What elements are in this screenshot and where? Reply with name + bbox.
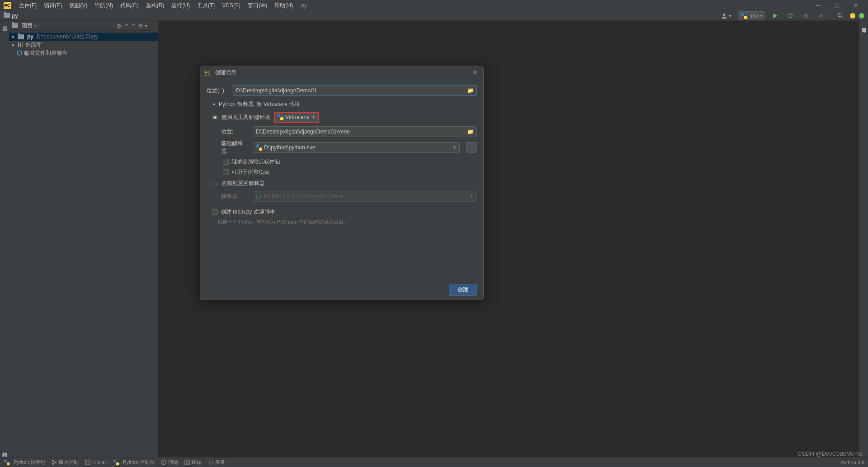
location-label: 位置(L): — [207, 87, 228, 95]
menu-window[interactable]: 窗口(W) — [244, 2, 271, 10]
create-main-hint: 创建一个 Python 脚本来为 PyCharm 中的编码提供入口点。 — [217, 219, 477, 225]
run-with-coverage-button[interactable] — [800, 12, 811, 20]
python-icon — [4, 459, 10, 465]
code-with-me-icon[interactable] — [850, 13, 855, 19]
svg-text:!: ! — [163, 461, 164, 465]
existing-interp-label: 先前配置的解释器 — [222, 180, 265, 187]
menu-help[interactable]: 帮助(H) — [271, 2, 297, 10]
inherit-global-checkbox[interactable] — [223, 159, 229, 165]
project-tool-window: 项目 ▾ ⊕ ≡ ≡ ⚙ ▾ ─ ▶ py D:\document\代码练习\p… — [9, 21, 158, 457]
right-tool-strip: 数据库 — [859, 21, 868, 457]
create-main-checkbox[interactable] — [212, 209, 218, 215]
menu-view[interactable]: 视图(V) — [66, 2, 91, 10]
available-all-checkbox[interactable] — [223, 169, 229, 175]
status-python-version[interactable]: Python 3.8 — [840, 460, 864, 465]
select-opened-file-icon[interactable]: ⊕ — [117, 23, 121, 29]
maximize-button[interactable]: ▢ — [828, 0, 845, 11]
user-button[interactable]: ▾ — [718, 12, 734, 20]
breadcrumb-root[interactable]: py — [12, 13, 18, 19]
titlebar: PC 文件(F) 编辑(E) 视图(V) 导航(N) 代码(C) 重构(R) 运… — [0, 0, 868, 11]
status-problems[interactable]: ! 问题 — [161, 459, 178, 466]
env-tool-label: Virtualenv — [285, 114, 309, 120]
venv-location-label: 位置: — [221, 128, 248, 136]
menu-vcs[interactable]: VCS(S) — [218, 2, 244, 9]
tree-root-label: py — [27, 33, 33, 40]
dialog-title: 创建项目 — [215, 69, 236, 76]
titlebar-project-name: py — [301, 2, 307, 9]
menu-run[interactable]: 运行(U) — [168, 2, 193, 10]
settings-icon[interactable]: ⚙ ▾ — [138, 23, 147, 29]
status-version-control[interactable]: 版本控制 — [52, 459, 79, 466]
folder-icon — [12, 23, 18, 28]
run-config-selector[interactable]: mv ▾ — [738, 11, 765, 20]
services-icon — [208, 460, 213, 465]
menu-refactor[interactable]: 重构(R) — [142, 2, 168, 10]
tree-scratches[interactable]: 临时文件和控制台 — [9, 49, 158, 57]
run-button[interactable] — [769, 12, 781, 20]
menu-file[interactable]: 文件(F) — [15, 2, 40, 10]
base-interp-label: 基础解释器: — [221, 140, 248, 155]
menu-tools[interactable]: 工具(T) — [193, 2, 218, 10]
project-header: 项目 ▾ ⊕ ≡ ≡ ⚙ ▾ ─ — [9, 21, 158, 31]
new-project-dialog: PC 创建项目 ✕ 位置(L): D:\Desktop\digital\djan… — [200, 66, 484, 300]
svg-rect-19 — [185, 460, 189, 465]
expand-all-icon[interactable]: ≡ — [125, 23, 128, 29]
expand-arrow-icon[interactable]: ▶ — [12, 34, 16, 39]
folder-icon — [4, 13, 10, 18]
statusbar: Python 软件包 版本控制 TODO Python 控制台 ! 问题 终端 … — [0, 457, 868, 467]
dialog-footer: 创建 — [200, 280, 483, 300]
search-everywhere-button[interactable] — [835, 12, 846, 20]
existing-interp-radio[interactable] — [212, 181, 218, 186]
svg-rect-10 — [20, 43, 21, 47]
status-python-packages[interactable]: Python 软件包 — [4, 459, 45, 466]
new-env-label: 使用此工具新建环境 — [222, 114, 270, 121]
hide-icon[interactable]: ─ — [151, 23, 155, 29]
expand-arrow-icon[interactable]: ▶ — [12, 43, 16, 47]
dialog-titlebar: PC 创建项目 ✕ — [200, 66, 483, 79]
minimize-button[interactable]: ─ — [809, 0, 826, 11]
svg-point-1 — [788, 14, 793, 18]
available-all-label: 可用于所有项目 — [231, 168, 269, 176]
svg-rect-9 — [18, 43, 19, 47]
python-icon — [113, 459, 119, 465]
create-button[interactable]: 创建 — [449, 284, 477, 296]
browse-interp-button[interactable]: … — [466, 142, 477, 153]
debug-button[interactable] — [784, 12, 796, 20]
browse-folder-icon[interactable]: 📁 — [467, 129, 474, 135]
menu-navigate[interactable]: 导航(N) — [91, 2, 117, 10]
interpreter-section-header[interactable]: ▼ Python 解释器: 新 Virtualenv 环境 — [212, 100, 477, 108]
svg-rect-5 — [804, 14, 808, 18]
existing-interp-selector: Python 3.8 D:\python\python.exe ▼ — [253, 191, 477, 202]
stop-button[interactable] — [815, 12, 827, 20]
menu-code[interactable]: 代码(C) — [117, 2, 142, 10]
venv-location-input[interactable]: D:\Desktop\digital\djangoDemo01\vene 📁 — [253, 126, 477, 137]
tab-project[interactable]: 项目 — [1, 21, 8, 23]
tab-database[interactable]: 数据库 — [861, 21, 868, 24]
tab-structure[interactable]: 结构 — [1, 448, 8, 453]
folder-icon — [18, 34, 24, 39]
dialog-close-button[interactable]: ✕ — [471, 69, 480, 76]
left-tool-strip: 项目 书签 结构 — [0, 21, 9, 457]
status-todo[interactable]: TODO — [85, 460, 107, 465]
tree-root[interactable]: ▶ py D:\document\代码练习\py — [9, 33, 158, 41]
project-tree[interactable]: ▶ py D:\document\代码练习\py ▶ 外部库 临时文件和控制台 — [9, 31, 158, 59]
env-tool-selector[interactable]: Virtualenv ▼ — [274, 112, 319, 123]
status-python-console[interactable]: Python 控制台 — [113, 459, 155, 466]
chevron-down-icon: ▼ — [311, 115, 316, 119]
scratch-icon — [16, 50, 23, 56]
loading-icon — [256, 194, 261, 199]
pycharm-icon: PC — [204, 69, 211, 76]
collapse-all-icon[interactable]: ≡ — [132, 23, 135, 29]
status-terminal[interactable]: 终端 — [184, 459, 202, 466]
svg-rect-6 — [820, 14, 823, 17]
ide-updates-icon[interactable] — [859, 13, 864, 19]
status-services[interactable]: 服务 — [208, 459, 225, 466]
svg-point-20 — [209, 461, 212, 464]
close-window-button[interactable]: ✕ — [847, 0, 864, 11]
base-interp-selector[interactable]: D:\python\python.exe ▼ — [253, 142, 460, 153]
location-input[interactable]: D:\Desktop\digital\djangoDemo01 📁 — [233, 85, 477, 96]
tree-external-libs[interactable]: ▶ 外部库 — [9, 41, 158, 49]
browse-folder-icon[interactable]: 📁 — [467, 87, 474, 94]
new-env-radio[interactable] — [212, 114, 218, 120]
menu-edit[interactable]: 编辑(E) — [40, 2, 66, 10]
